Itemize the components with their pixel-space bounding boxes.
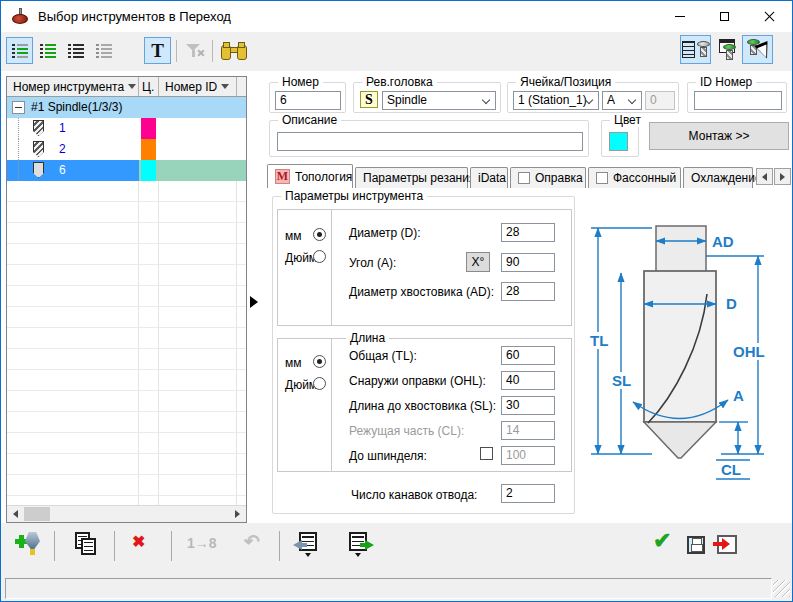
view-details-button[interactable] [6, 37, 33, 64]
toolbar-separator [54, 531, 55, 561]
exit-button[interactable] [717, 535, 737, 554]
tool-row-6-selected[interactable]: 6 [7, 160, 246, 181]
label-sl: SL [612, 372, 631, 389]
tool-select-mode-button[interactable] [742, 35, 773, 64]
status-bar [1, 572, 792, 602]
tool-row-2[interactable]: 2 [7, 139, 246, 160]
list-view-black-icon [68, 44, 84, 58]
total-length-field[interactable]: 60 [501, 346, 555, 365]
tool-number-field[interactable]: 6 [275, 91, 341, 110]
tool-window-view-button[interactable] [714, 36, 741, 63]
scrollbar-thumb[interactable] [24, 507, 50, 521]
shank-diameter-field[interactable]: 28 [501, 282, 555, 301]
tool-color-swatch[interactable] [609, 132, 628, 151]
to-spindle-checkbox[interactable] [480, 447, 493, 460]
mm-radio-1[interactable] [313, 228, 326, 241]
list-view-gray-icon [96, 44, 112, 58]
tab-topology[interactable]: M Топология [267, 164, 353, 188]
minimize-button[interactable] [657, 2, 702, 31]
confirm-button[interactable]: ✔ [653, 530, 671, 552]
shaped-checkbox[interactable] [596, 172, 608, 184]
inch-radio-2[interactable] [313, 377, 326, 390]
view-list-gray-button[interactable] [90, 37, 117, 64]
chevron-down-icon [482, 96, 490, 104]
tab-scroll-right-button[interactable] [774, 168, 791, 185]
m-icon: M [275, 169, 290, 184]
to-spindle-field: 100 [501, 446, 555, 465]
id-number-field[interactable] [694, 91, 782, 110]
close-button[interactable] [747, 2, 792, 31]
holder-checkbox[interactable] [518, 172, 530, 184]
description-label: Описание [278, 113, 341, 127]
view-list-black-button[interactable] [62, 37, 89, 64]
screw-cursor-icon [747, 39, 769, 61]
station-combo[interactable]: 1 (Station_1) [513, 91, 599, 110]
column-header-tool-number[interactable]: Номер инструмента [7, 77, 139, 96]
sl-field[interactable]: 30 [501, 396, 555, 415]
close-icon [764, 11, 775, 22]
clear-filter-button[interactable] [182, 37, 209, 64]
toolbar-separator [279, 531, 280, 561]
scroll-left-button[interactable] [7, 506, 24, 522]
collapse-icon[interactable] [12, 101, 25, 114]
tool-table-view-button[interactable] [680, 35, 711, 64]
tree-line [18, 139, 19, 160]
description-field[interactable] [277, 132, 583, 151]
maximize-icon [720, 12, 729, 21]
view-list-green-button[interactable] [34, 37, 61, 64]
color-group: Цвет [601, 120, 639, 157]
ohl-field[interactable]: 40 [501, 371, 555, 390]
tab-idata[interactable]: iData [470, 167, 508, 188]
export-list-icon [346, 532, 371, 557]
mm-radio-2[interactable] [313, 355, 326, 368]
column-header-color[interactable]: Ц. [139, 77, 159, 96]
mount-button[interactable]: Монтаж >> [649, 122, 789, 150]
import-list-button[interactable] [296, 532, 321, 557]
inch-radio-1[interactable] [313, 250, 326, 263]
add-tool-button[interactable] [15, 531, 42, 555]
horizontal-scrollbar[interactable] [7, 505, 246, 522]
export-list-button[interactable] [346, 532, 371, 557]
delete-tool-button[interactable]: ✖ [132, 534, 145, 550]
tab-shaped[interactable]: Фассонный [588, 167, 681, 188]
tool-diagram: AD D TL SL OHL A CL [586, 196, 791, 496]
tab-cooling[interactable]: Охлаждение [683, 167, 753, 188]
toolbar-separator [114, 531, 115, 561]
tool-number: 2 [59, 139, 66, 160]
cell-position-group: Ячейка/Позиция 1 (Station_1) A 0 [507, 82, 679, 113]
flutes-field[interactable]: 2 [501, 484, 555, 503]
column-header-id[interactable]: Номер ID [159, 77, 237, 96]
shank-diameter-label: Диаметр хвостовика (AD): [349, 285, 494, 299]
undo-icon: ↶ [244, 532, 260, 551]
tab-scroll-left-button[interactable] [756, 168, 773, 185]
tool-row-1[interactable]: 1 [7, 118, 246, 139]
resize-grip[interactable] [773, 580, 790, 597]
section-divider [331, 209, 332, 326]
to-spindle-label: До шпинделя: [349, 449, 427, 463]
position-combo[interactable]: A [602, 91, 642, 110]
tab-holder[interactable]: Оправка [510, 167, 586, 188]
spindle-group-row[interactable]: #1 Spindle(1/3/3) [7, 97, 246, 118]
angle-field[interactable]: 90 [501, 253, 555, 272]
label-tl: TL [590, 332, 608, 349]
maximize-button[interactable] [702, 2, 747, 31]
label-cl: CL [721, 461, 741, 478]
empty-grid-rows [7, 181, 246, 505]
cell-position-label: Ячейка/Позиция [516, 75, 615, 89]
text-mode-button[interactable]: T [144, 37, 171, 64]
head-combo[interactable]: Spindle [382, 91, 496, 110]
diameter-field[interactable]: 28 [501, 223, 555, 242]
confirm-check-icon: ✔ [653, 530, 671, 552]
panel-expand-arrow[interactable] [250, 296, 258, 308]
tool-table-header: Номер инструмента Ц. Номер ID [7, 77, 246, 97]
search-button[interactable] [218, 37, 250, 64]
save-button[interactable] [687, 536, 705, 554]
copy-tool-button[interactable] [74, 532, 97, 555]
color-swatch [141, 139, 156, 160]
scroll-right-button[interactable] [229, 506, 246, 522]
bottom-toolbar: ✖ 1→8 ↶ ✔ [1, 523, 792, 572]
head-group: Рев.головка S Spindle [353, 82, 501, 113]
drill-icon [33, 141, 44, 157]
tab-cutting-params[interactable]: Параметры резания [355, 167, 468, 188]
angle-mode-button[interactable]: X° [466, 252, 490, 272]
